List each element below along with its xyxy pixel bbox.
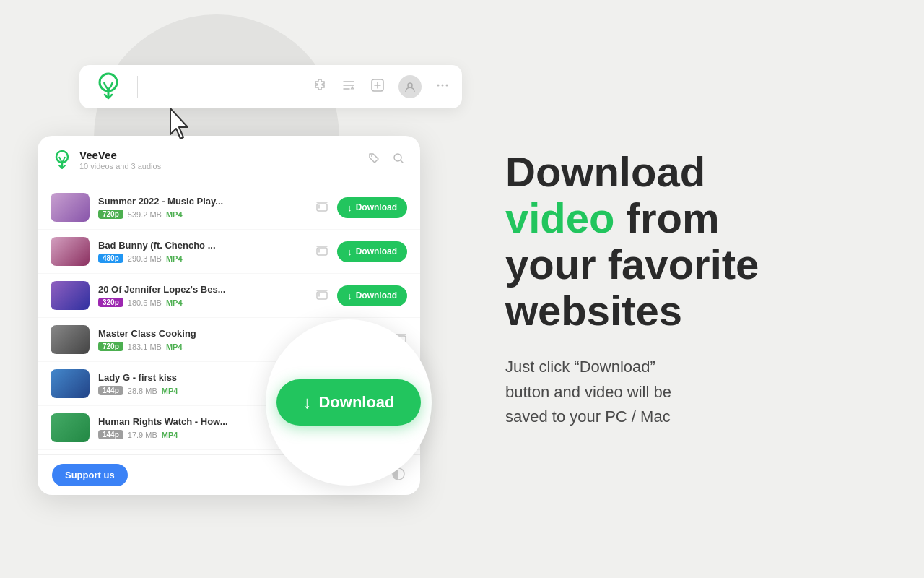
svg-rect-10 — [317, 248, 327, 255]
tag-icon[interactable] — [367, 151, 381, 168]
browser-extension-bar — [79, 65, 462, 108]
hero-subtext-part2: button and video will be — [505, 383, 671, 401]
cast-icon[interactable] — [315, 199, 328, 215]
video-thumbnail — [51, 413, 90, 442]
video-format: MP4 — [162, 431, 178, 439]
cast-icon[interactable] — [315, 243, 328, 259]
download-label: Download — [356, 246, 397, 256]
add-tab-icon[interactable] — [370, 77, 385, 97]
more-options-icon[interactable] — [435, 77, 450, 97]
video-size: 180.6 MB — [128, 298, 162, 307]
video-info: Bad Bunny (ft. Chencho ... 480p 290.3 MB… — [98, 240, 307, 263]
video-info: Summer 2022 - Music Play... 720p 539.2 M… — [98, 196, 307, 219]
download-label: Download — [356, 202, 397, 212]
video-format: MP4 — [166, 342, 183, 351]
card-logo-icon — [52, 150, 72, 170]
video-meta: 720p 539.2 MB MP4 — [98, 210, 307, 219]
quality-badge: 144p — [98, 430, 123, 439]
svg-point-5 — [446, 84, 448, 86]
star-list-icon[interactable] — [341, 77, 357, 97]
card-header: VeeVee 10 videos and 3 audios — [38, 136, 420, 181]
quality-badge: 144p — [98, 386, 123, 395]
quality-badge: 320p — [98, 298, 123, 307]
user-avatar[interactable] — [398, 75, 422, 98]
quality-badge: 720p — [98, 210, 123, 219]
video-thumbnail — [51, 237, 90, 266]
card-logo-area: VeeVee 10 videos and 3 audios — [52, 149, 161, 171]
video-info: 20 Of Jennifer Lopez's Bes... 320p 180.6… — [98, 284, 307, 307]
right-panel: Download video from your favorite websit… — [476, 0, 924, 578]
quality-badge: 480p — [98, 254, 123, 263]
support-us-button[interactable]: Support us — [52, 464, 128, 486]
hero-subtext-part3: saved to your PC / Mac — [505, 407, 671, 426]
svg-point-7 — [371, 155, 372, 157]
quality-badge: 720p — [98, 342, 123, 351]
card-title: VeeVee — [79, 149, 161, 161]
headline-line4: websites — [505, 287, 682, 334]
big-circle-background: ↓ Download — [266, 319, 432, 486]
video-format: MP4 — [166, 254, 183, 263]
puzzle-icon[interactable] — [312, 77, 328, 97]
video-meta: 480p 290.3 MB MP4 — [98, 254, 307, 263]
card-header-icons — [367, 151, 406, 168]
search-icon[interactable] — [391, 151, 406, 168]
video-size: 539.2 MB — [128, 210, 162, 219]
hero-subtext: Just click “Download” button and video w… — [505, 355, 852, 428]
cursor-pointer — [167, 107, 196, 143]
download-button-1[interactable]: ↓ Download — [337, 197, 407, 218]
svg-point-3 — [437, 84, 440, 86]
left-panel: VeeVee 10 videos and 3 audios Summer 202… — [0, 0, 476, 578]
video-title: Bad Bunny (ft. Chencho ... — [98, 240, 307, 251]
extension-logo — [91, 69, 126, 104]
hero-headline: Download video from your favorite websit… — [505, 149, 881, 333]
headline-line3: your favorite — [505, 241, 759, 288]
big-download-icon: ↓ — [302, 392, 311, 413]
video-item: 20 Of Jennifer Lopez's Bes... 320p 180.6… — [38, 274, 420, 318]
hero-subtext-part1: Just click “Download” — [505, 358, 655, 376]
video-item: Summer 2022 - Music Play... 720p 539.2 M… — [38, 186, 420, 230]
video-thumbnail — [51, 281, 90, 310]
video-format: MP4 — [166, 298, 183, 307]
svg-point-6 — [56, 151, 68, 163]
download-icon: ↓ — [347, 202, 352, 213]
download-button-3[interactable]: ↓ Download — [337, 285, 407, 306]
cast-icon[interactable] — [315, 288, 328, 303]
video-title: Summer 2022 - Music Play... — [98, 196, 307, 207]
video-size: 290.3 MB — [128, 254, 162, 263]
video-item: Bad Bunny (ft. Chencho ... 480p 290.3 MB… — [38, 230, 420, 274]
download-icon: ↓ — [347, 290, 352, 301]
svg-point-2 — [408, 83, 412, 87]
video-thumbnail — [51, 325, 90, 354]
video-format: MP4 — [166, 210, 183, 219]
video-size: 183.1 MB — [128, 342, 162, 351]
big-download-label: Download — [318, 393, 394, 412]
svg-rect-11 — [317, 292, 327, 299]
svg-rect-9 — [317, 204, 327, 211]
video-meta: 320p 180.6 MB MP4 — [98, 298, 307, 307]
download-label: Download — [356, 290, 397, 301]
video-thumbnail — [51, 369, 90, 398]
browser-icons-group — [149, 75, 450, 98]
video-title: 20 Of Jennifer Lopez's Bes... — [98, 284, 307, 295]
divider — [137, 76, 138, 98]
download-button-2[interactable]: ↓ Download — [337, 241, 407, 262]
card-subtitle: 10 videos and 3 audios — [79, 162, 161, 171]
headline-from: from — [615, 194, 720, 241]
video-size: 28.8 MB — [128, 387, 157, 395]
big-download-wrap: ↓ Download — [266, 319, 432, 486]
download-icon: ↓ — [347, 246, 352, 257]
video-format: MP4 — [162, 387, 178, 395]
headline-line1: Download — [505, 148, 705, 195]
video-thumbnail — [51, 193, 90, 222]
big-download-button[interactable]: ↓ Download — [276, 379, 420, 426]
headline-green: video — [505, 194, 615, 241]
svg-point-4 — [442, 84, 444, 86]
video-size: 17.9 MB — [128, 431, 157, 439]
